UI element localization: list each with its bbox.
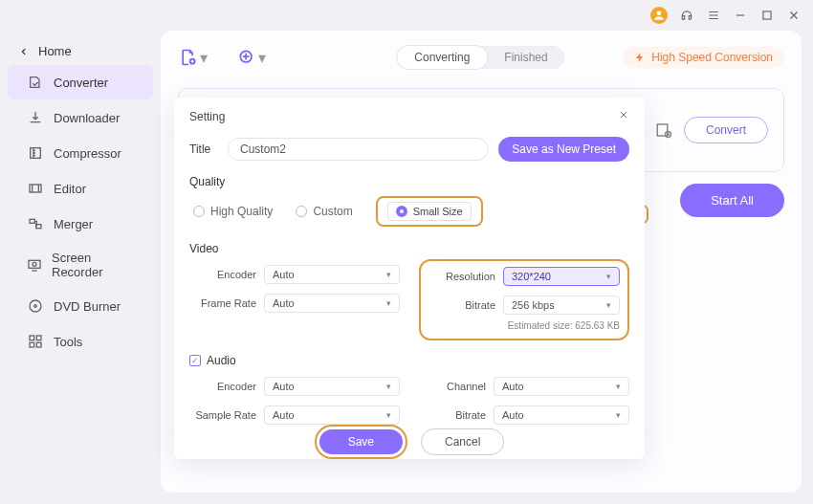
chevron-left-icon [19, 47, 29, 56]
audio-channel-select[interactable]: Auto▾ [494, 377, 629, 396]
svg-rect-3 [30, 185, 41, 192]
title-input[interactable] [228, 138, 489, 161]
sidebar-item-label: Converter [54, 76, 108, 90]
save-button[interactable]: Save [319, 429, 403, 454]
sidebar-item-label: Compressor [54, 146, 121, 161]
video-framerate-label: Frame Rate [189, 297, 256, 309]
sidebar-item-editor[interactable]: Editor [8, 171, 153, 206]
convert-button[interactable]: Convert [684, 117, 768, 143]
audio-samplerate-label: Sample Rate [189, 409, 256, 421]
chevron-down-icon: ▾ [616, 382, 621, 391]
audio-bitrate-select[interactable]: Auto▾ [494, 405, 629, 425]
quality-high-radio[interactable]: High Quality [193, 205, 273, 218]
save-highlight: Save [315, 425, 407, 459]
audio-channel-label: Channel [419, 381, 486, 392]
menu-icon[interactable] [706, 8, 721, 23]
svg-rect-6 [29, 260, 40, 268]
audio-heading: Audio [207, 354, 236, 367]
quality-custom-radio[interactable]: Custom [296, 205, 352, 218]
sidebar-item-downloader[interactable]: Downloader [8, 100, 153, 135]
status-tabs: Converting Finished [397, 46, 564, 69]
audio-encoder-select[interactable]: Auto▾ [264, 377, 400, 396]
select-value: Auto [502, 381, 524, 392]
add-file-button[interactable]: ▾ [178, 47, 208, 68]
sidebar: Home Converter Downloader Compressor Edi… [0, 31, 161, 504]
download-icon [27, 109, 44, 126]
svg-point-7 [33, 262, 36, 266]
cancel-button[interactable]: Cancel [421, 428, 504, 455]
select-value: Auto [273, 297, 295, 309]
quality-small-radio[interactable]: Small Size [387, 202, 472, 221]
svg-rect-10 [30, 336, 34, 340]
select-value: 256 kbps [512, 299, 555, 311]
video-bitrate-select[interactable]: 256 kbps▾ [503, 296, 620, 315]
sidebar-item-label: Downloader [54, 111, 120, 125]
svg-rect-12 [30, 342, 34, 347]
video-framerate-select[interactable]: Auto▾ [264, 294, 400, 313]
save-preset-button[interactable]: Save as New Preset [498, 137, 629, 162]
convert-label: Convert [706, 123, 746, 137]
minimize-icon[interactable] [733, 8, 748, 23]
title-field-label: Title [189, 142, 218, 156]
video-resolution-label: Resolution [428, 271, 495, 282]
format-settings-icon[interactable] [655, 121, 672, 139]
sidebar-item-compressor[interactable]: Compressor [8, 136, 153, 170]
close-icon[interactable] [618, 109, 629, 123]
user-avatar[interactable] [650, 7, 668, 24]
estimated-size: Estimated size: 625.63 KB [428, 320, 620, 331]
sidebar-item-tools[interactable]: Tools [8, 324, 153, 359]
recorder-icon [27, 256, 42, 274]
sidebar-item-label: Merger [54, 217, 93, 231]
radio-label: High Quality [210, 205, 273, 218]
chevron-down-icon: ▾ [200, 49, 208, 67]
video-encoder-select[interactable]: Auto▾ [264, 265, 400, 284]
close-icon[interactable] [786, 8, 802, 23]
cancel-label: Cancel [445, 435, 480, 449]
sidebar-item-dvd-burner[interactable]: DVD Burner [8, 289, 153, 323]
home-label: Home [38, 44, 72, 58]
radio-dot [396, 206, 407, 217]
lightning-icon [634, 52, 646, 63]
audio-checkbox[interactable]: ✓ Audio [189, 354, 629, 367]
select-value: Auto [273, 269, 295, 280]
quality-heading: Quality [189, 175, 225, 188]
add-folder-button[interactable]: ▾ [236, 47, 266, 68]
select-value: Auto [273, 381, 295, 392]
compress-icon [27, 144, 44, 162]
converter-icon [27, 74, 44, 91]
modal-title: Setting [189, 110, 225, 123]
back-home[interactable]: Home [0, 38, 161, 64]
radio-label: Small Size [413, 206, 463, 217]
editor-icon [27, 180, 44, 197]
tab-converting[interactable]: Converting [397, 46, 487, 69]
audio-encoder-label: Encoder [189, 381, 256, 392]
audio-bitrate-label: Bitrate [419, 409, 486, 421]
select-value: 320*240 [512, 271, 551, 282]
add-file-icon [178, 47, 199, 68]
sidebar-item-label: Screen Recorder [52, 251, 134, 279]
tab-label: Converting [414, 51, 470, 64]
select-value: Auto [273, 409, 295, 421]
video-resolution-select[interactable]: 320*240▾ [503, 267, 620, 286]
audio-samplerate-select[interactable]: Auto▾ [264, 405, 400, 425]
high-speed-badge[interactable]: High Speed Conversion [623, 47, 784, 68]
sidebar-item-merger[interactable]: Merger [8, 207, 153, 241]
sidebar-item-converter[interactable]: Converter [8, 65, 153, 99]
maximize-icon[interactable] [759, 8, 775, 23]
tab-finished[interactable]: Finished [487, 46, 564, 69]
svg-rect-4 [30, 219, 34, 223]
chevron-down-icon: ▾ [386, 410, 391, 420]
checkbox-icon: ✓ [189, 355, 201, 366]
chevron-down-icon: ▾ [606, 272, 611, 281]
chevron-down-icon: ▾ [258, 49, 266, 67]
svg-rect-1 [763, 11, 771, 19]
svg-point-8 [30, 300, 41, 312]
svg-point-9 [34, 305, 37, 308]
dvd-icon [27, 297, 44, 315]
sidebar-item-screen-recorder[interactable]: Screen Recorder [8, 242, 153, 288]
save-label: Save [348, 435, 374, 449]
headset-icon[interactable] [679, 8, 694, 23]
start-all-button[interactable]: Start All [680, 184, 784, 217]
radio-dot [296, 206, 307, 217]
settings-modal: Setting Title Save as New Preset Quality… [174, 98, 645, 459]
